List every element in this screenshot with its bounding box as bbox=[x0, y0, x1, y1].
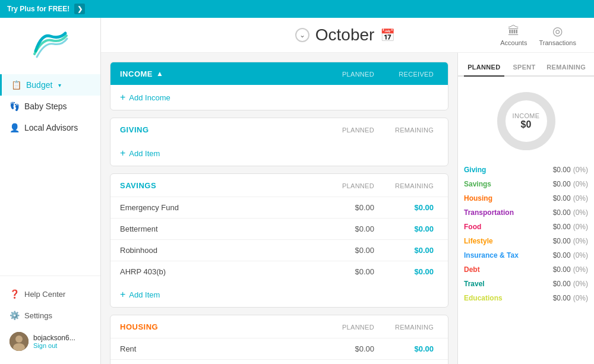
transactions-icon: ◎ bbox=[552, 24, 563, 38]
category-debt-name: Debt bbox=[464, 265, 553, 274]
sidebar-nav: 📋 Budget ▾ 👣 Baby Steps 👤 Local Advisors bbox=[0, 69, 100, 276]
savings-emergency-fund-planned: $0.00 bbox=[320, 203, 379, 212]
category-savings-amount: $0.00 bbox=[553, 180, 571, 188]
add-giving-label: Add Item bbox=[129, 149, 160, 158]
savings-robinhood-planned: $0.00 bbox=[320, 246, 379, 255]
savings-title: SAVINGS bbox=[120, 181, 156, 190]
category-savings-pct: (0%) bbox=[573, 180, 588, 188]
accounts-label: Accounts bbox=[500, 39, 527, 46]
sidebar-label-baby-steps: Baby Steps bbox=[24, 102, 67, 111]
category-education-name: Educations bbox=[464, 294, 553, 302]
category-giving-pct: (0%) bbox=[573, 166, 588, 174]
donut-chart: INCOME $0 bbox=[494, 88, 559, 154]
user-info: bojackson6... Sign out bbox=[33, 334, 75, 349]
category-savings-name: Savings bbox=[464, 180, 553, 188]
add-savings-item-button[interactable]: + Add Item bbox=[110, 282, 448, 307]
budget-icon: 📋 bbox=[11, 80, 21, 90]
income-section: INCOME ▲ PLANNED RECEIVED + Add Income bbox=[110, 62, 448, 110]
category-housing-pct: (0%) bbox=[573, 194, 588, 202]
sidebar-item-settings[interactable]: ⚙️ Settings bbox=[0, 305, 100, 326]
savings-ahrp-planned: $0.00 bbox=[320, 267, 379, 276]
donut-container: INCOME $0 bbox=[458, 77, 594, 163]
add-savings-label: Add Item bbox=[129, 290, 160, 299]
tab-planned[interactable]: PLANNED bbox=[464, 59, 504, 77]
income-title: INCOME bbox=[120, 69, 153, 78]
month-title: October bbox=[315, 26, 375, 45]
category-row-housing: Housing $0.00 (0%) bbox=[464, 191, 588, 205]
category-education-pct: (0%) bbox=[573, 294, 588, 302]
category-row-travel: Travel $0.00 (0%) bbox=[464, 277, 588, 291]
category-row-education: Educations $0.00 (0%) bbox=[464, 291, 588, 305]
income-received-label: RECEIVED bbox=[399, 71, 434, 78]
savings-robinhood-name: Robinhood bbox=[120, 246, 320, 255]
giving-section-header: GIVING PLANNED REMAINING bbox=[110, 118, 448, 141]
header-actions: 🏛 Accounts ◎ Transactions bbox=[500, 24, 576, 46]
housing-rent-planned: $0.00 bbox=[320, 344, 379, 353]
calendar-icon[interactable]: 📅 bbox=[380, 28, 395, 42]
settings-icon: ⚙️ bbox=[10, 311, 20, 320]
help-center-icon: ❓ bbox=[10, 289, 20, 299]
category-food-amount: $0.00 bbox=[553, 223, 571, 231]
add-savings-plus-icon: + bbox=[120, 289, 125, 300]
giving-planned-label: PLANNED bbox=[342, 126, 374, 134]
accounts-icon: 🏛 bbox=[508, 24, 520, 38]
savings-row-ahrp: AHRP 403(b) $0.00 $0.00 bbox=[110, 261, 448, 282]
savings-emergency-fund-name: Emergency Fund bbox=[120, 203, 320, 212]
top-banner[interactable]: Try Plus for FREE! ❯ bbox=[0, 0, 594, 18]
sidebar-label-help-center: Help Center bbox=[24, 290, 65, 299]
housing-section-header: HOUSING PLANNED REMAINING bbox=[110, 315, 448, 338]
budget-dropdown-icon: ▾ bbox=[58, 82, 61, 88]
transactions-button[interactable]: ◎ Transactions bbox=[539, 24, 576, 46]
sidebar-bottom: ❓ Help Center ⚙️ Settings bbox=[0, 276, 100, 364]
budget-main: INCOME ▲ PLANNED RECEIVED + Add Income bbox=[101, 53, 457, 364]
category-row-lifestyle: Lifestyle $0.00 (0%) bbox=[464, 234, 588, 248]
category-row-insurance: Insurance & Tax $0.00 (0%) bbox=[464, 248, 588, 262]
donut-title: INCOME bbox=[513, 112, 540, 119]
category-debt-amount: $0.00 bbox=[553, 265, 571, 274]
content-header: ⌄ October 📅 🏛 Accounts ◎ Transactions bbox=[101, 18, 594, 53]
category-travel-name: Travel bbox=[464, 280, 553, 288]
category-housing-amount: $0.00 bbox=[553, 194, 571, 202]
savings-betterment-planned: $0.00 bbox=[320, 224, 379, 233]
sidebar-label-settings: Settings bbox=[24, 311, 52, 320]
sidebar-item-baby-steps[interactable]: 👣 Baby Steps bbox=[0, 96, 100, 117]
category-education-amount: $0.00 bbox=[553, 294, 571, 302]
sign-out-link[interactable]: Sign out bbox=[33, 342, 75, 349]
sidebar-item-help-center[interactable]: ❓ Help Center bbox=[0, 283, 100, 305]
month-prev-button[interactable]: ⌄ bbox=[295, 28, 309, 42]
category-giving-name: Giving bbox=[464, 166, 553, 174]
category-lifestyle-name: Lifestyle bbox=[464, 237, 553, 245]
add-giving-item-button[interactable]: + Add Item bbox=[110, 141, 448, 166]
category-debt-pct: (0%) bbox=[573, 265, 588, 274]
sidebar-label-budget: Budget bbox=[26, 80, 52, 90]
category-travel-pct: (0%) bbox=[573, 280, 588, 288]
housing-rent-remaining: $0.00 bbox=[379, 344, 438, 353]
sidebar-label-local-advisors: Local Advisors bbox=[24, 123, 78, 132]
category-row-transportation: Transportation $0.00 (0%) bbox=[464, 205, 588, 220]
accounts-button[interactable]: 🏛 Accounts bbox=[500, 24, 527, 46]
housing-title: HOUSING bbox=[120, 322, 158, 331]
logo-svg bbox=[30, 27, 71, 60]
sidebar-user: bojackson6... Sign out bbox=[0, 326, 100, 357]
category-food-pct: (0%) bbox=[573, 223, 588, 231]
savings-ahrp-name: AHRP 403(b) bbox=[120, 267, 320, 276]
right-panel: PLANNED SPENT REMAINING INCOME $0 bbox=[457, 53, 594, 364]
savings-planned-label: PLANNED bbox=[342, 182, 374, 189]
add-income-button[interactable]: + Add Income bbox=[110, 85, 448, 110]
income-chevron: ▲ bbox=[156, 69, 163, 78]
sidebar-item-local-advisors[interactable]: 👤 Local Advisors bbox=[0, 117, 100, 138]
content-area: ⌄ October 📅 🏛 Accounts ◎ Transactions bbox=[101, 18, 594, 364]
category-transportation-pct: (0%) bbox=[573, 208, 588, 217]
housing-row-water: Water/Sewage/Pest Cor $0.00 $0.00 bbox=[110, 359, 448, 364]
giving-section: GIVING PLANNED REMAINING + Add Item bbox=[110, 118, 448, 166]
avatar bbox=[10, 332, 29, 351]
banner-arrow[interactable]: ❯ bbox=[74, 4, 85, 14]
logo bbox=[0, 18, 100, 69]
savings-emergency-fund-remaining: $0.00 bbox=[379, 203, 438, 212]
tab-spent[interactable]: SPENT bbox=[504, 59, 545, 75]
tab-remaining[interactable]: REMAINING bbox=[544, 59, 588, 75]
housing-row-rent: Rent $0.00 $0.00 bbox=[110, 338, 448, 359]
giving-remaining-label: REMAINING bbox=[395, 126, 434, 134]
right-panel-tabs: PLANNED SPENT REMAINING bbox=[458, 59, 594, 77]
sidebar-item-budget[interactable]: 📋 Budget ▾ bbox=[0, 74, 100, 96]
